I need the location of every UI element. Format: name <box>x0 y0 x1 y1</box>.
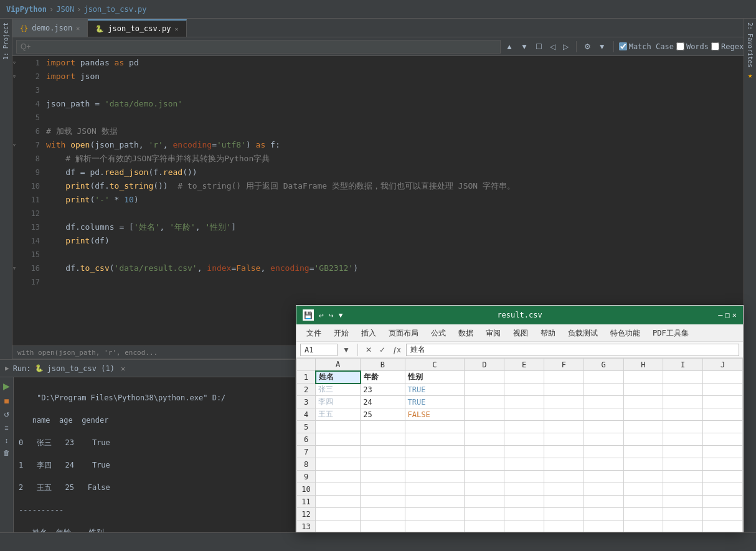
minimize-btn[interactable]: — <box>718 311 722 319</box>
cell-A3[interactable]: 李四 <box>316 396 361 408</box>
menu-review[interactable]: 审阅 <box>480 324 507 342</box>
cell-F4[interactable] <box>544 408 584 421</box>
cell-G3[interactable] <box>584 396 623 408</box>
run-stop-btn[interactable]: ■ <box>2 395 10 407</box>
fold-btn-1[interactable]: ▿ <box>12 56 21 70</box>
cell-B3[interactable]: 24 <box>361 396 405 408</box>
filter-btn[interactable]: ⚙ <box>582 41 593 52</box>
cell-G1[interactable] <box>584 371 623 384</box>
search-up-btn[interactable]: ▲ <box>503 41 516 52</box>
menu-data[interactable]: 数据 <box>452 324 480 342</box>
fold-btn-16[interactable]: ▿ <box>12 261 21 275</box>
tab-json-to-csv[interactable]: 🐍 json_to_csv.py ✕ <box>88 19 186 37</box>
search-down-btn[interactable]: ▼ <box>518 41 531 52</box>
cell-B2[interactable]: 23 <box>361 384 405 396</box>
undo-icon[interactable]: ↩ <box>319 311 324 320</box>
match-case-option[interactable]: Match Case <box>619 42 674 51</box>
run-tab-name[interactable]: json_to_csv (1) <box>47 364 115 373</box>
cell-H4[interactable] <box>623 408 663 421</box>
cell-A1[interactable]: 姓名 <box>316 371 361 384</box>
cell-C2[interactable]: TRUE <box>405 384 465 396</box>
cell-F1[interactable] <box>544 371 584 384</box>
regex-checkbox[interactable] <box>711 42 719 50</box>
fold-btn-7[interactable]: ▿ <box>12 138 21 152</box>
favorites-label[interactable]: 2: Favorites <box>745 19 755 71</box>
run-clear-btn[interactable]: 🗑 <box>2 448 11 458</box>
col-header-E[interactable]: E <box>504 359 544 371</box>
formula-bar[interactable]: 姓名 <box>406 344 739 356</box>
menu-layout[interactable]: 页面布局 <box>382 324 425 342</box>
close-tab-demo[interactable]: ✕ <box>76 25 80 32</box>
menu-load-test[interactable]: 负载测试 <box>562 324 604 342</box>
cell-J4[interactable] <box>703 408 743 421</box>
menu-pdf[interactable]: PDF工具集 <box>646 324 695 342</box>
col-header-B[interactable]: B <box>361 359 405 371</box>
col-header-I[interactable]: I <box>663 359 703 371</box>
run-tab-label[interactable]: Run: <box>13 364 31 373</box>
cell-G2[interactable] <box>584 384 623 396</box>
project-label[interactable]: 1: Project <box>1 19 11 64</box>
search-nav-prev[interactable]: ◁ <box>547 41 558 52</box>
expand-btn[interactable]: ▼ <box>340 344 352 356</box>
col-header-G[interactable]: G <box>584 359 623 371</box>
cell-E2[interactable] <box>504 384 544 396</box>
cell-D4[interactable] <box>465 408 504 421</box>
words-checkbox[interactable] <box>676 42 684 50</box>
cell-E4[interactable] <box>504 408 544 421</box>
regex-option[interactable]: Regex <box>711 42 744 51</box>
dropdown-icon[interactable]: ▼ <box>339 311 343 319</box>
cell-D3[interactable] <box>465 396 504 408</box>
col-header-A[interactable]: A <box>316 359 361 371</box>
run-close[interactable]: ✕ <box>121 364 125 373</box>
cell-I3[interactable] <box>663 396 703 408</box>
cell-C3[interactable]: TRUE <box>405 396 465 408</box>
menu-formula[interactable]: 公式 <box>425 324 452 342</box>
fold-btn-2[interactable]: ▿ <box>12 70 21 83</box>
cancel-formula-btn[interactable]: ✕ <box>363 344 374 356</box>
function-btn[interactable]: ƒx <box>390 344 404 356</box>
cell-I2[interactable] <box>663 384 703 396</box>
search-input[interactable] <box>16 40 501 54</box>
cell-I1[interactable] <box>663 371 703 384</box>
col-header-F[interactable]: F <box>544 359 584 371</box>
col-header-H[interactable]: H <box>623 359 663 371</box>
words-option[interactable]: Words <box>676 42 709 51</box>
cell-D2[interactable] <box>465 384 504 396</box>
cell-H3[interactable] <box>623 396 663 408</box>
cell-H2[interactable] <box>623 384 663 396</box>
menu-help[interactable]: 帮助 <box>534 324 562 342</box>
redo-icon[interactable]: ↪ <box>329 311 334 320</box>
cell-B1[interactable]: 年龄 <box>361 371 405 384</box>
cell-D1[interactable] <box>465 371 504 384</box>
search-close-btn[interactable]: ☐ <box>533 41 545 52</box>
spreadsheet[interactable]: A B C D E F G H I J 1 姓名 年龄 性 <box>296 358 743 532</box>
run-scroll-btn[interactable]: ↕ <box>4 435 10 445</box>
cell-G4[interactable] <box>584 408 623 421</box>
filter2-btn[interactable]: ▼ <box>596 41 608 52</box>
cell-F3[interactable] <box>544 396 584 408</box>
search-nav-next[interactable]: ▷ <box>560 41 571 52</box>
menu-special[interactable]: 特色功能 <box>604 324 646 342</box>
cell-J3[interactable] <box>703 396 743 408</box>
cell-C1[interactable]: 性别 <box>405 371 465 384</box>
confirm-formula-btn[interactable]: ✓ <box>377 344 388 356</box>
cell-E3[interactable] <box>504 396 544 408</box>
menu-start[interactable]: 开始 <box>328 324 355 342</box>
cell-J1[interactable] <box>703 371 743 384</box>
tab-demo-json[interactable]: {} demo.json ✕ <box>12 19 88 37</box>
cell-A4[interactable]: 王五 <box>316 408 361 421</box>
run-close-btn[interactable]: ≡ <box>3 423 9 433</box>
cell-F2[interactable] <box>544 384 584 396</box>
maximize-btn[interactable]: □ <box>725 311 730 319</box>
save-icon[interactable]: 💾 <box>303 309 314 321</box>
cell-C4[interactable]: FALSE <box>405 408 465 421</box>
menu-file[interactable]: 文件 <box>300 324 328 342</box>
close-tab-json-to-csv[interactable]: ✕ <box>174 26 178 32</box>
col-header-D[interactable]: D <box>465 359 504 371</box>
run-rerun-btn[interactable]: ↺ <box>2 410 11 420</box>
cell-reference[interactable]: A1 <box>300 344 338 356</box>
cell-A2[interactable]: 张三 <box>316 384 361 396</box>
cell-E1[interactable] <box>504 371 544 384</box>
run-play-btn[interactable]: ▶ <box>2 380 11 392</box>
cell-J2[interactable] <box>703 384 743 396</box>
